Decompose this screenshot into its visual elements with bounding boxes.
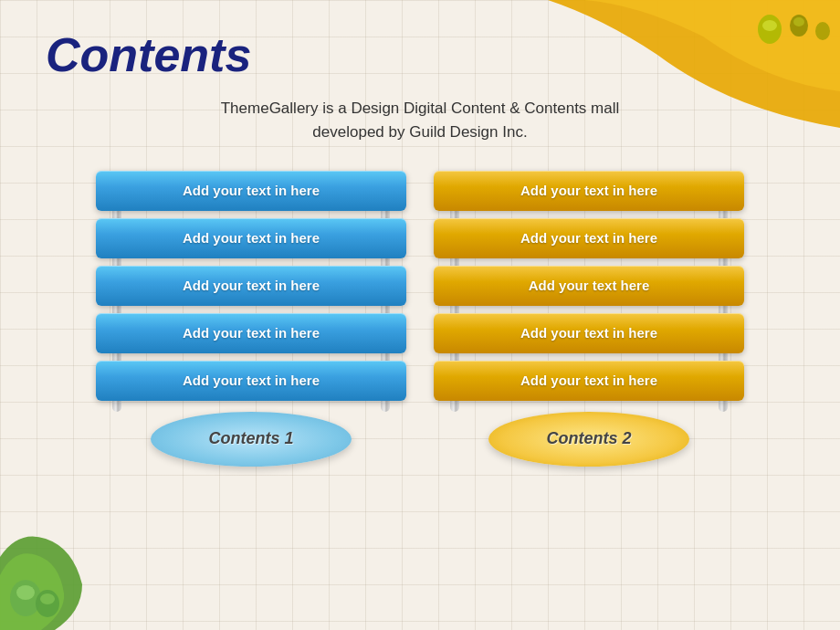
bar-2-2[interactable]: Add your text in here	[434, 218, 744, 258]
subtitle: ThemeGallery is a Design Digital Content…	[46, 97, 794, 145]
column-1: Add your text in here Add your text in h…	[96, 171, 406, 467]
bar-2-1[interactable]: Add your text in here	[434, 171, 744, 211]
top-right-drops	[756, 9, 831, 44]
columns-container: Add your text in here Add your text in h…	[46, 171, 794, 467]
bar-1-5[interactable]: Add your text in here	[96, 361, 406, 401]
svg-point-6	[16, 585, 35, 600]
column-2: Add your text in here Add your text in h…	[434, 171, 744, 467]
bottom-left-drops	[7, 569, 62, 623]
bar-1-2[interactable]: Add your text in here	[96, 218, 406, 258]
bars-column-1: Add your text in here Add your text in h…	[96, 171, 406, 401]
main-page: Contents ThemeGallery is a Design Digita…	[0, 0, 840, 630]
svg-point-1	[762, 20, 777, 31]
svg-point-4	[815, 22, 830, 40]
bar-1-3[interactable]: Add your text in here	[96, 266, 406, 306]
svg-point-8	[40, 593, 55, 604]
bars-column-2: Add your text in here Add your text in h…	[434, 171, 744, 401]
page-title: Contents	[46, 27, 794, 82]
svg-point-3	[793, 17, 804, 26]
bar-2-4[interactable]: Add your text in here	[434, 313, 744, 353]
bar-2-5[interactable]: Add your text in here	[434, 361, 744, 401]
bar-1-4[interactable]: Add your text in here	[96, 313, 406, 353]
oval-label-1: Contents 1	[151, 412, 352, 467]
bar-1-1[interactable]: Add your text in here	[96, 171, 406, 211]
bar-2-3[interactable]: Add your text here	[434, 266, 744, 306]
oval-label-2: Contents 2	[488, 412, 689, 467]
